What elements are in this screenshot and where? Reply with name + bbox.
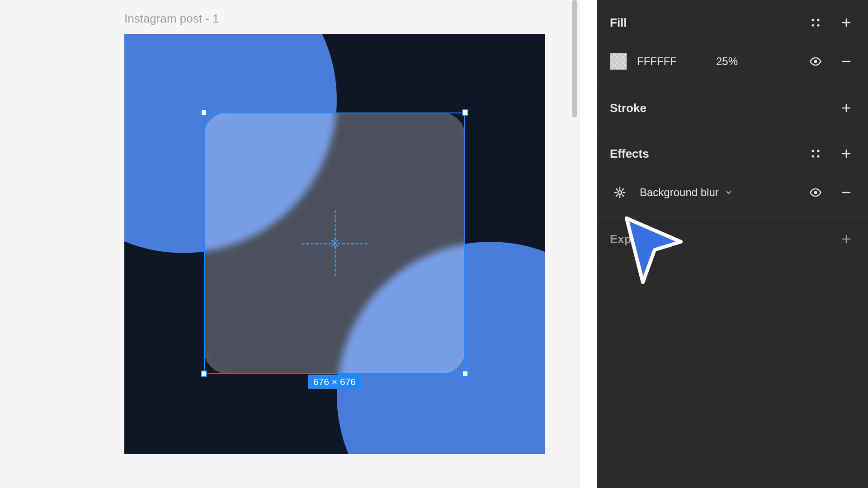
- svg-point-6: [817, 150, 819, 152]
- chevron-down-icon: [723, 187, 734, 198]
- add-effect-button[interactable]: [837, 145, 855, 163]
- effect-type-label: Background blur: [640, 186, 719, 199]
- effects-styles-icon[interactable]: [807, 145, 825, 163]
- svg-point-7: [811, 155, 814, 157]
- effect-visibility-toggle[interactable]: [807, 183, 825, 202]
- section-title-effects: Effects: [610, 147, 649, 161]
- shape-glass-rectangle[interactable]: [204, 113, 465, 374]
- add-stroke-button[interactable]: [837, 99, 855, 117]
- artboard[interactable]: [124, 34, 545, 454]
- add-export-button[interactable]: [837, 230, 855, 248]
- add-fill-button[interactable]: [837, 14, 855, 32]
- effect-settings-button[interactable]: [610, 183, 630, 202]
- section-title-fill: Fill: [610, 16, 627, 30]
- properties-panel: Fill FFFFFF 25%: [597, 0, 868, 488]
- fill-visibility-toggle[interactable]: [807, 52, 825, 70]
- sun-icon: [613, 186, 627, 199]
- section-stroke: Stroke: [597, 85, 868, 131]
- effect-remove-button[interactable]: [837, 183, 855, 202]
- frame-title[interactable]: Instagram post - 1: [124, 12, 219, 26]
- fill-row[interactable]: FFFFFF 25%: [610, 45, 855, 78]
- svg-point-2: [811, 24, 814, 26]
- style-panel-icon[interactable]: [807, 14, 825, 32]
- svg-point-1: [817, 19, 819, 21]
- fill-color-swatch[interactable]: [610, 53, 627, 70]
- svg-point-10: [814, 191, 817, 194]
- fill-opacity-value[interactable]: 25%: [716, 55, 775, 68]
- fill-remove-button[interactable]: [837, 52, 855, 70]
- svg-point-5: [811, 150, 814, 152]
- effect-row[interactable]: Background blur: [610, 176, 855, 209]
- effect-type-dropdown[interactable]: Background blur: [640, 186, 734, 199]
- section-title-stroke: Stroke: [610, 101, 646, 115]
- section-title-export: Export: [610, 232, 647, 246]
- svg-point-3: [817, 24, 819, 26]
- section-export: Export: [597, 216, 868, 262]
- canvas-area[interactable]: Instagram post - 1 676 × 676: [0, 0, 580, 488]
- svg-point-0: [811, 19, 814, 21]
- section-fill: Fill FFFFFF 25%: [597, 0, 868, 85]
- section-effects: Effects: [597, 131, 868, 216]
- svg-point-4: [814, 60, 817, 63]
- svg-point-8: [817, 155, 819, 157]
- svg-point-9: [618, 191, 622, 194]
- fill-hex-value[interactable]: FFFFFF: [637, 55, 716, 68]
- vertical-scrollbar[interactable]: [572, 0, 577, 117]
